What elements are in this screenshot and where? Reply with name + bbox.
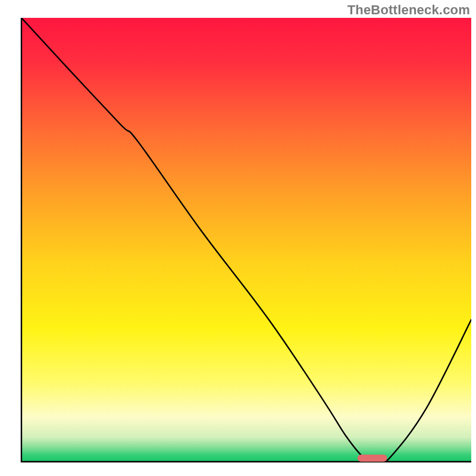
bottleneck-chart <box>0 0 476 476</box>
gradient-background <box>21 18 471 462</box>
optimal-range-marker <box>358 455 387 462</box>
